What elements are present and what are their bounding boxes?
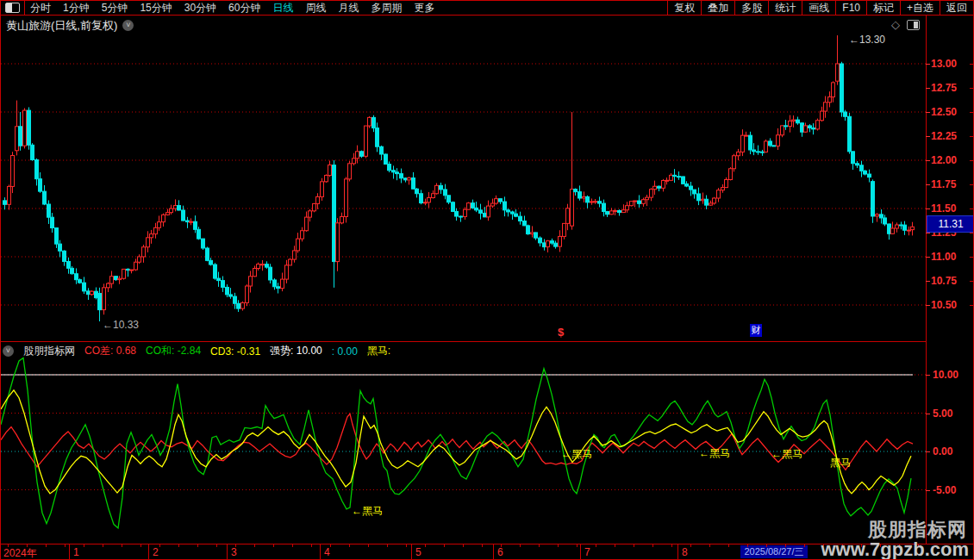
indicator-header-item-0: 股朋指标网: [23, 344, 75, 358]
time-axis-minor-tick: [46, 544, 47, 547]
year-label: 2024年: [3, 546, 37, 560]
cursor-date-tag: 2025/08/27/三: [740, 545, 808, 558]
tool-menu-item-3[interactable]: 统计: [768, 1, 802, 15]
price-axis-label: 11.00: [931, 251, 956, 263]
time-axis-minor-tick: [634, 544, 634, 547]
low-price-annotation: ←10.33: [103, 319, 139, 331]
tool-menu-item-6[interactable]: 标记: [866, 1, 900, 15]
price-axis-label: 12.25: [931, 130, 957, 142]
price-axis-tick: [926, 208, 930, 209]
time-axis-minor-tick: [27, 544, 28, 547]
menu-item-2[interactable]: 5分钟: [102, 1, 128, 15]
tool-menu-item-5[interactable]: F10: [835, 1, 866, 15]
price-axis-tick-outer: [970, 160, 973, 161]
month-divider: [320, 544, 321, 560]
month-label: 2: [153, 546, 159, 558]
tool-menu-item-0[interactable]: 复权: [667, 1, 701, 15]
series-CD3: [1, 390, 911, 494]
time-axis-minor-tick: [292, 544, 293, 547]
time-axis-minor-tick: [482, 544, 483, 547]
time-axis-minor-tick: [368, 544, 369, 547]
high-price-annotation: ←13.30: [849, 34, 885, 46]
menu-item-3[interactable]: 15分钟: [140, 1, 172, 15]
time-axis-minor-tick: [349, 544, 350, 547]
chevron-right-icon[interactable]: ›: [428, 3, 431, 13]
price-axis-tick: [926, 257, 930, 258]
price-axis-label: 11.75: [931, 178, 956, 190]
last-price-tag: 11.31: [927, 215, 974, 233]
price-axis-line: [926, 16, 927, 559]
tool-menu: 复权叠加多股统计画线F10标记+自选返回: [667, 1, 973, 15]
price-axis-tick: [926, 112, 930, 113]
month-label: 3: [231, 546, 237, 558]
time-axis-minor-tick: [65, 544, 66, 547]
menu-item-4[interactable]: 30分钟: [184, 1, 216, 15]
time-axis-minor-tick: [254, 544, 255, 547]
time-axis-minor-tick: [444, 544, 445, 547]
price-axis-tick-outer: [970, 281, 973, 282]
menu-item-10[interactable]: 更多: [414, 1, 434, 15]
split-pane-icon[interactable]: [907, 20, 920, 30]
month-label: 8: [682, 546, 688, 558]
time-axis-minor-tick: [122, 544, 122, 547]
candles: [3, 35, 915, 321]
time-axis-minor-tick: [709, 544, 710, 547]
app-window: 分时1分钟5分钟15分钟30分钟60分钟日线周线月线多周期更多 › 复权叠加多股…: [0, 0, 974, 560]
tool-menu-item-1[interactable]: 叠加: [701, 1, 734, 15]
price-axis-tick-outer: [970, 233, 973, 233]
time-axis-minor-tick: [652, 544, 653, 547]
price-axis-label: 12.75: [931, 82, 957, 94]
indicator-chart[interactable]: [1, 342, 926, 544]
price-axis-tick: [926, 184, 930, 185]
report-event-marker[interactable]: 财: [750, 324, 762, 337]
time-axis-minor-tick: [558, 544, 559, 547]
menu-item-9[interactable]: 多周期: [371, 1, 402, 15]
month-label: 1: [73, 546, 79, 558]
chevron-down-icon[interactable]: ˅: [3, 345, 14, 357]
dividend-event-marker[interactable]: $: [558, 326, 564, 339]
price-axis-tick-outer: [970, 305, 973, 306]
indicator-axis-tick: [926, 490, 930, 491]
month-label: 4: [324, 546, 330, 558]
main-gridlines: [1, 64, 926, 305]
indicator-axis-label: -5.00: [933, 484, 956, 496]
price-axis-tick-outer: [970, 64, 973, 65]
price-axis-tick-outer: [970, 184, 973, 185]
chevron-down-icon[interactable]: ˅: [122, 20, 134, 31]
indicator-header-item-3: CD3: -0.31: [210, 345, 260, 358]
candlestick-chart[interactable]: [1, 35, 926, 341]
time-axis-minor-tick: [728, 544, 729, 547]
menu-item-5[interactable]: 60分钟: [228, 1, 260, 15]
diamond-icon[interactable]: ◇: [891, 18, 900, 31]
menu-item-1[interactable]: 1分钟: [63, 1, 90, 15]
time-axis-minor-tick: [690, 544, 691, 547]
price-axis-label: 12.00: [931, 154, 957, 166]
price-axis-tick-outer: [970, 88, 973, 89]
menu-item-6[interactable]: 日线: [272, 1, 293, 15]
price-axis-tick: [926, 64, 930, 65]
panel-toggle-icon[interactable]: [5, 3, 20, 13]
tool-menu-item-4[interactable]: 画线: [802, 1, 835, 15]
price-axis-tick: [926, 233, 930, 233]
indicator-axis-label: 5.00: [933, 408, 952, 420]
price-axis-label: 10.75: [931, 275, 957, 287]
price-axis-tick-outer: [970, 136, 973, 137]
time-axis-minor-tick: [671, 544, 672, 547]
indicator-axis-label: 10.00: [933, 369, 958, 381]
month-divider: [411, 544, 412, 560]
menu-item-8[interactable]: 月线: [338, 1, 359, 15]
time-axis-minor-tick: [804, 544, 805, 547]
watermark-site-url: www.7gpzb.com: [821, 538, 969, 560]
menu-item-0[interactable]: 分时: [30, 1, 51, 15]
time-axis-minor-tick: [747, 544, 748, 547]
month-label: 6: [497, 546, 503, 558]
tool-menu-item-7[interactable]: +自选: [900, 1, 940, 15]
time-axis-minor-tick: [103, 544, 103, 547]
menu-item-7[interactable]: 周线: [305, 1, 326, 15]
title-bar-icons: ◇: [891, 18, 920, 31]
time-axis-minor-tick: [178, 544, 179, 547]
tool-menu-item-8[interactable]: 返回: [940, 1, 973, 15]
heima-signal-label: ←黑马: [699, 446, 730, 461]
month-label: 5: [415, 546, 421, 558]
tool-menu-item-2[interactable]: 多股: [734, 1, 768, 15]
